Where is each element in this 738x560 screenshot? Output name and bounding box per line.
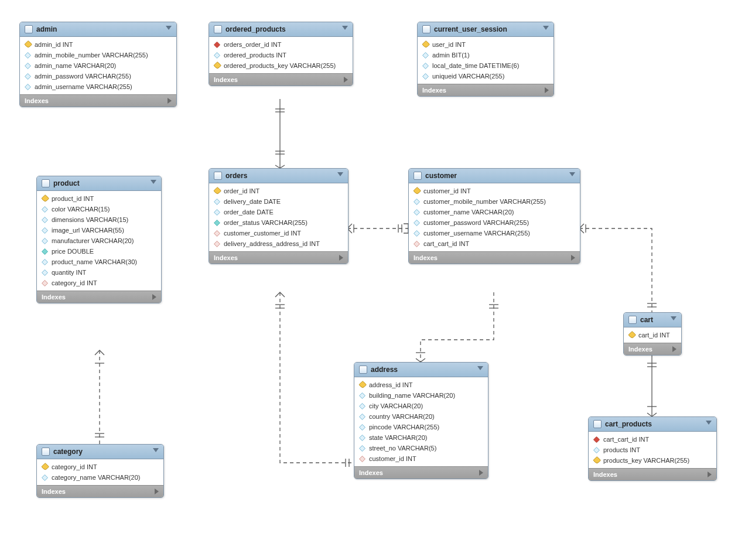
column-row[interactable]: state VARCHAR(20) bbox=[354, 432, 488, 443]
foreign-key-red-icon bbox=[214, 42, 220, 48]
column-row[interactable]: cart_cart_id INT bbox=[409, 238, 580, 249]
column-row[interactable]: category_id INT bbox=[37, 462, 163, 472]
entity-header[interactable]: current_user_session bbox=[418, 22, 554, 37]
expand-icon[interactable] bbox=[672, 346, 676, 352]
entity-address[interactable]: addressaddress_id INTbuilding_name VARCH… bbox=[354, 362, 488, 479]
column-row[interactable]: category_id INT bbox=[37, 278, 161, 288]
entity-header[interactable]: ordered_products bbox=[209, 22, 353, 37]
column-row[interactable]: customer_id INT bbox=[409, 186, 580, 196]
entity-header[interactable]: cart bbox=[624, 313, 681, 327]
column-row[interactable]: city VARCHAR(20) bbox=[354, 401, 488, 411]
expand-icon[interactable] bbox=[339, 255, 343, 261]
entity-admin[interactable]: adminadmin_id INTadmin_mobile_number VAR… bbox=[19, 22, 177, 107]
column-row[interactable]: image_url VARCHAR(55) bbox=[37, 225, 161, 235]
collapse-icon[interactable] bbox=[543, 26, 549, 30]
expand-icon[interactable] bbox=[168, 98, 172, 104]
collapse-icon[interactable] bbox=[569, 172, 575, 176]
column-row[interactable]: street_no VARCHAR(5) bbox=[354, 443, 488, 453]
column-row[interactable]: quantity INT bbox=[37, 267, 161, 278]
entity-cart[interactable]: cartcart_id INTIndexes bbox=[623, 312, 682, 356]
entity-customer[interactable]: customercustomer_id INTcustomer_mobile_n… bbox=[408, 168, 580, 264]
column-row[interactable]: pincode VARCHAR(255) bbox=[354, 422, 488, 432]
column-row[interactable]: building_name VARCHAR(20) bbox=[354, 390, 488, 401]
column-row[interactable]: order_id INT bbox=[209, 186, 348, 196]
column-row[interactable]: address_id INT bbox=[354, 380, 488, 390]
entity-ordered_products[interactable]: ordered_productsorders_order_id INTorder… bbox=[209, 22, 353, 86]
entity-header[interactable]: category bbox=[37, 445, 163, 459]
column-row[interactable]: admin_mobile_number VARCHAR(255) bbox=[20, 50, 176, 60]
column-row[interactable]: uniqueid VARCHAR(255) bbox=[418, 71, 554, 81]
column-row[interactable]: customer_customer_id INT bbox=[209, 228, 348, 238]
column-row[interactable]: admin_username VARCHAR(255) bbox=[20, 81, 176, 92]
expand-icon[interactable] bbox=[479, 470, 483, 476]
primary-key-icon bbox=[358, 380, 367, 390]
column-row[interactable]: ordered_products_key VARCHAR(255) bbox=[209, 60, 353, 71]
expand-icon[interactable] bbox=[344, 77, 348, 83]
entity-category[interactable]: categorycategory_id INTcategory_name VAR… bbox=[36, 444, 164, 498]
column-row[interactable]: local_date_time DATETIME(6) bbox=[418, 60, 554, 71]
column-row[interactable]: customer_password VARCHAR(255) bbox=[409, 217, 580, 228]
column-row[interactable]: products_key VARCHAR(255) bbox=[589, 455, 716, 466]
expand-icon[interactable] bbox=[152, 294, 156, 300]
column-row[interactable]: category_name VARCHAR(20) bbox=[37, 472, 163, 483]
collapse-icon[interactable] bbox=[477, 366, 483, 370]
column-row[interactable]: cart_cart_id INT bbox=[589, 434, 716, 445]
column-row[interactable]: order_status VARCHAR(255) bbox=[209, 217, 348, 228]
entity-header[interactable]: product bbox=[37, 176, 161, 191]
column-row[interactable]: admin_name VARCHAR(20) bbox=[20, 60, 176, 71]
collapse-icon[interactable] bbox=[166, 26, 172, 30]
indexes-section[interactable]: Indexes bbox=[37, 485, 163, 497]
column-row[interactable]: customer_mobile_number VARCHAR(255) bbox=[409, 196, 580, 207]
column-row[interactable]: product_id INT bbox=[37, 193, 161, 204]
column-row[interactable]: admin_id INT bbox=[20, 39, 176, 50]
collapse-icon[interactable] bbox=[337, 172, 343, 176]
entity-header[interactable]: customer bbox=[409, 169, 580, 183]
entity-current_user_session[interactable]: current_user_sessionuser_id INTadmin BIT… bbox=[417, 22, 554, 97]
column-row[interactable]: delivery_address_address_id INT bbox=[209, 238, 348, 249]
column-row[interactable]: products INT bbox=[589, 445, 716, 455]
column-row[interactable]: product_name VARCHAR(30) bbox=[37, 257, 161, 267]
entity-header[interactable]: cart_products bbox=[589, 417, 716, 432]
collapse-icon[interactable] bbox=[671, 316, 676, 320]
expand-icon[interactable] bbox=[571, 255, 575, 261]
nullable-column-icon bbox=[359, 435, 365, 441]
collapse-icon[interactable] bbox=[706, 421, 712, 425]
column-row[interactable]: customer_id INT bbox=[354, 453, 488, 464]
column-row[interactable]: country VARCHAR(20) bbox=[354, 411, 488, 422]
column-row[interactable]: delivery_date DATE bbox=[209, 196, 348, 207]
indexes-section[interactable]: Indexes bbox=[209, 251, 348, 264]
expand-icon[interactable] bbox=[708, 472, 712, 477]
column-row[interactable]: price DOUBLE bbox=[37, 246, 161, 257]
entity-header[interactable]: admin bbox=[20, 22, 176, 37]
column-row[interactable]: cart_id INT bbox=[624, 330, 681, 340]
indexes-section[interactable]: Indexes bbox=[209, 73, 353, 86]
entity-header[interactable]: orders bbox=[209, 169, 348, 183]
column-row[interactable]: color VARCHAR(15) bbox=[37, 204, 161, 214]
column-row[interactable]: dimensions VARCHAR(15) bbox=[37, 214, 161, 225]
entity-orders[interactable]: ordersorder_id INTdelivery_date DATEorde… bbox=[209, 168, 348, 264]
column-row[interactable]: orders_order_id INT bbox=[209, 39, 353, 50]
indexes-section[interactable]: Indexes bbox=[20, 94, 176, 107]
column-row[interactable]: user_id INT bbox=[418, 39, 554, 50]
expand-icon[interactable] bbox=[155, 489, 159, 494]
indexes-section[interactable]: Indexes bbox=[37, 291, 161, 303]
column-row[interactable]: admin_password VARCHAR(255) bbox=[20, 71, 176, 81]
column-row[interactable]: customer_name VARCHAR(20) bbox=[409, 207, 580, 217]
column-row[interactable]: order_date DATE bbox=[209, 207, 348, 217]
entity-product[interactable]: productproduct_id INTcolor VARCHAR(15)di… bbox=[36, 176, 162, 303]
column-row[interactable]: manufacturer VARCHAR(20) bbox=[37, 235, 161, 246]
expand-icon[interactable] bbox=[545, 87, 549, 93]
column-row[interactable]: customer_username VARCHAR(255) bbox=[409, 228, 580, 238]
column-row[interactable]: ordered_products INT bbox=[209, 50, 353, 60]
indexes-section[interactable]: Indexes bbox=[354, 466, 488, 479]
entity-header[interactable]: address bbox=[354, 363, 488, 377]
collapse-icon[interactable] bbox=[342, 26, 348, 30]
entity-cart_products[interactable]: cart_productscart_cart_id INTproducts IN… bbox=[588, 416, 717, 481]
collapse-icon[interactable] bbox=[151, 180, 156, 184]
indexes-section[interactable]: Indexes bbox=[418, 84, 554, 96]
indexes-section[interactable]: Indexes bbox=[409, 251, 580, 264]
collapse-icon[interactable] bbox=[153, 448, 159, 452]
indexes-section[interactable]: Indexes bbox=[624, 343, 681, 355]
column-row[interactable]: admin BIT(1) bbox=[418, 50, 554, 60]
indexes-section[interactable]: Indexes bbox=[589, 468, 716, 480]
